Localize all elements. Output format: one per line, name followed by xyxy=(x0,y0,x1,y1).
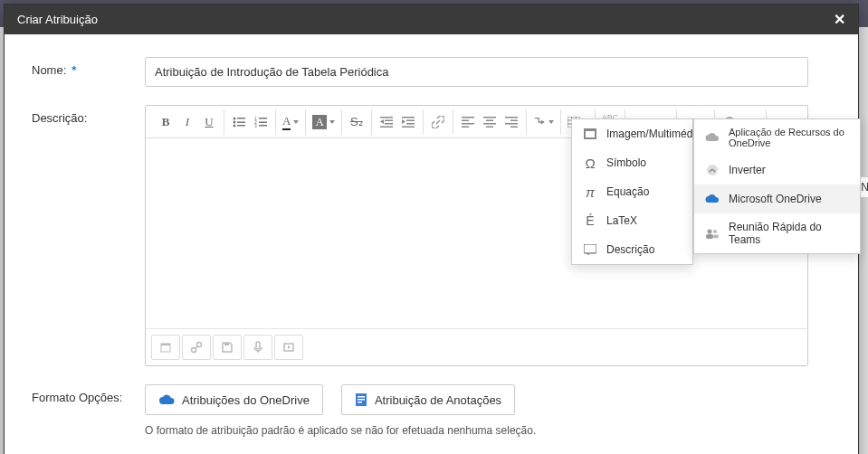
svg-rect-29 xyxy=(486,126,493,128)
svg-rect-18 xyxy=(406,119,415,121)
svg-point-63 xyxy=(708,230,712,234)
attach-file-icon[interactable] xyxy=(151,335,180,360)
svg-marker-61 xyxy=(587,253,589,255)
svg-rect-65 xyxy=(706,234,713,239)
attachment-toolbar xyxy=(146,328,807,365)
name-input[interactable] xyxy=(145,57,808,87)
onedrive-resources-item[interactable]: Aplicação de Recursos do OneDrive xyxy=(694,119,860,156)
insert-symbol-item[interactable]: ΩSímbolo xyxy=(572,148,692,177)
svg-rect-21 xyxy=(402,126,415,128)
svg-rect-20 xyxy=(406,123,415,125)
svg-rect-11 xyxy=(259,125,267,127)
svg-rect-56 xyxy=(358,402,362,403)
svg-rect-12 xyxy=(380,117,393,118)
indent-button[interactable] xyxy=(397,111,419,133)
microsoft-onedrive-item[interactable]: Microsoft OneDrive xyxy=(694,184,860,213)
strikethrough-button[interactable]: S₂ xyxy=(346,111,367,133)
name-label: Nome:* xyxy=(32,57,145,77)
bold-button[interactable]: B xyxy=(155,111,176,133)
attach-save-icon[interactable] xyxy=(213,335,242,360)
italic-button[interactable]: I xyxy=(176,111,198,133)
svg-rect-55 xyxy=(358,399,365,401)
svg-rect-32 xyxy=(505,123,518,125)
svg-rect-24 xyxy=(462,123,474,125)
attach-link-icon[interactable] xyxy=(182,335,211,360)
svg-rect-44 xyxy=(161,344,170,345)
svg-marker-34 xyxy=(541,119,545,124)
insert-equation-item[interactable]: πEquação xyxy=(572,177,692,206)
svg-rect-49 xyxy=(256,342,260,349)
svg-rect-30 xyxy=(505,117,518,118)
svg-rect-33 xyxy=(510,126,518,128)
svg-rect-66 xyxy=(713,235,719,239)
insert-latex-item[interactable]: ÉLaTeX xyxy=(572,206,692,235)
insert-description-item[interactable]: Descrição xyxy=(572,235,692,264)
svg-text:3: 3 xyxy=(254,123,257,128)
cloud-icon xyxy=(158,394,175,405)
svg-rect-9 xyxy=(259,121,267,123)
svg-rect-60 xyxy=(584,244,596,253)
underline-button[interactable]: U xyxy=(198,111,220,133)
latex-icon: É xyxy=(583,213,597,228)
numbered-list-button[interactable]: 123 xyxy=(250,111,272,133)
notes-icon xyxy=(355,393,367,407)
notes-format-button[interactable]: Atribuição de Anotações xyxy=(341,384,515,415)
svg-rect-25 xyxy=(462,126,469,128)
inverter-icon xyxy=(705,163,720,177)
format-hint: O formato de atribuição padrão é aplicad… xyxy=(145,424,808,437)
outdent-button[interactable] xyxy=(376,111,397,133)
svg-rect-16 xyxy=(380,126,393,128)
svg-marker-19 xyxy=(402,119,405,124)
close-icon[interactable]: ✕ xyxy=(834,11,845,28)
description-label: Descrição: xyxy=(32,105,145,125)
svg-rect-27 xyxy=(486,119,493,121)
svg-point-0 xyxy=(234,117,236,119)
text-color-button[interactable]: A xyxy=(280,111,301,133)
svg-rect-1 xyxy=(237,118,245,119)
align-center-button[interactable] xyxy=(479,111,501,133)
inverter-item[interactable]: Inverter xyxy=(694,156,860,184)
svg-rect-3 xyxy=(237,121,245,123)
svg-line-47 xyxy=(196,346,198,349)
teams-meeting-item[interactable]: Reunião Rápida do Teams xyxy=(694,213,860,253)
omega-icon: Ω xyxy=(583,156,597,170)
svg-point-4 xyxy=(234,124,236,127)
svg-marker-52 xyxy=(288,345,291,349)
svg-marker-14 xyxy=(380,119,384,124)
pi-icon: π xyxy=(583,184,597,199)
cloud-gray-icon xyxy=(705,130,720,145)
attach-mic-icon[interactable] xyxy=(243,335,272,360)
insert-menu-dropdown: Imagem/Multimédia ΩSímbolo πEquação ÉLaT… xyxy=(571,118,693,265)
description-icon xyxy=(583,242,597,257)
svg-rect-7 xyxy=(259,118,267,119)
svg-rect-54 xyxy=(358,396,365,398)
svg-rect-31 xyxy=(510,119,518,121)
required-marker: * xyxy=(72,63,76,77)
teams-icon xyxy=(705,226,720,241)
onedrive-format-button[interactable]: Atribuições do OneDrive xyxy=(145,384,323,415)
modal-header: Criar Atribuição ✕ xyxy=(5,5,858,34)
attach-media-icon[interactable] xyxy=(274,335,303,360)
svg-rect-22 xyxy=(462,117,474,118)
insert-button[interactable] xyxy=(530,111,557,133)
svg-rect-13 xyxy=(385,119,393,121)
image-icon xyxy=(583,127,597,141)
svg-rect-17 xyxy=(402,117,415,118)
onedrive-icon xyxy=(705,192,720,206)
bullet-list-button[interactable] xyxy=(228,111,250,133)
align-left-button[interactable] xyxy=(457,111,479,133)
insert-image-item[interactable]: Imagem/Multimédia xyxy=(572,119,692,148)
highlight-button[interactable]: A xyxy=(310,111,337,133)
svg-rect-15 xyxy=(385,123,393,125)
svg-rect-26 xyxy=(483,117,496,118)
svg-rect-23 xyxy=(462,119,469,121)
link-button[interactable] xyxy=(427,111,449,133)
svg-point-2 xyxy=(234,120,236,123)
format-label: Formato Opções: xyxy=(32,384,145,404)
align-right-button[interactable] xyxy=(501,111,522,133)
external-apps-dropdown: Aplicação de Recursos do OneDrive Invert… xyxy=(693,118,861,254)
svg-point-64 xyxy=(713,230,717,233)
svg-rect-5 xyxy=(237,125,245,127)
svg-rect-48 xyxy=(224,343,229,345)
svg-rect-28 xyxy=(483,123,496,125)
